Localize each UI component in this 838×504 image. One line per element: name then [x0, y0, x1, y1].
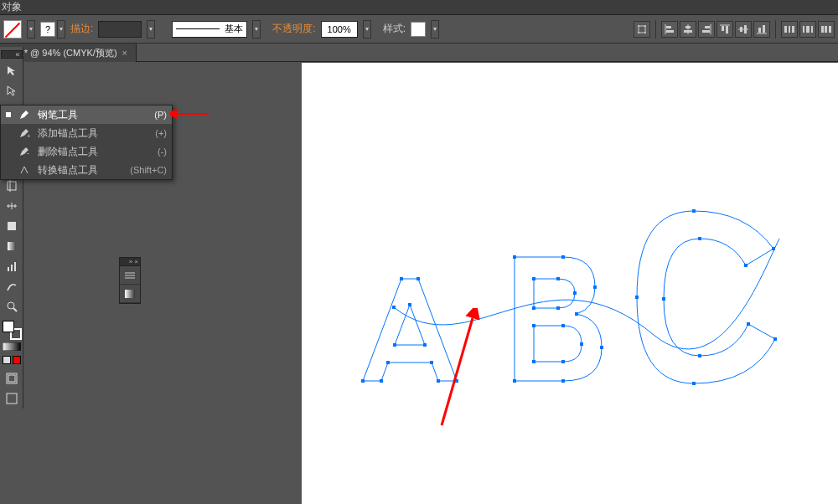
flyout-delete-anchor-tool[interactable]: - 删除锚点工具 (-): [1, 142, 172, 161]
draw-behind-icon[interactable]: [13, 356, 21, 364]
svg-point-1: [638, 25, 639, 27]
align-hcenter-btn[interactable]: [680, 21, 696, 38]
pen-plus-icon: +: [18, 127, 31, 139]
align-right-btn[interactable]: [698, 21, 715, 38]
svg-rect-57: [393, 343, 396, 347]
distribute-h1-btn[interactable]: [781, 21, 798, 38]
flyout-convert-anchor-tool[interactable]: 转换锚点工具 (Shift+C): [1, 161, 172, 179]
svg-rect-29: [821, 26, 824, 33]
svg-rect-77: [772, 247, 775, 250]
distribute-h2-btn[interactable]: [799, 21, 816, 38]
opacity-value[interactable]: 100%: [321, 21, 358, 38]
stroke-style-dropdown[interactable]: ▾: [252, 20, 261, 39]
flyout-add-anchor-tool[interactable]: + 添加锚点工具 (+): [1, 124, 172, 142]
fill-swatch-none[interactable]: [3, 20, 22, 39]
transform-btn[interactable]: [634, 21, 650, 38]
svg-rect-22: [763, 25, 765, 33]
align-vcenter-btn[interactable]: [735, 21, 752, 38]
gradient-tool[interactable]: [2, 237, 22, 255]
mini-panel[interactable]: » ×: [119, 257, 141, 304]
flyout-item-shortcut: (Shift+C): [130, 165, 167, 175]
pen-icon: [18, 109, 31, 121]
align-top-btn[interactable]: [716, 21, 733, 38]
fill-color-icon: [3, 321, 14, 332]
opacity-dropdown[interactable]: ▾: [363, 20, 371, 39]
flyout-pen-tool[interactable]: 钢笔工具 (P): [1, 105, 172, 124]
distribute-h3-btn[interactable]: [818, 21, 835, 38]
align-button-group: [634, 16, 838, 43]
svg-rect-82: [747, 322, 750, 326]
artboard[interactable]: [302, 63, 838, 504]
svg-rect-21: [758, 28, 761, 33]
brush-tool[interactable]: [2, 277, 22, 296]
screen-mode2-btn[interactable]: [2, 389, 22, 408]
mini-panel-stroke-icon[interactable]: [120, 266, 140, 285]
svg-rect-49: [361, 379, 365, 383]
svg-rect-26: [803, 26, 804, 33]
document-tab-bar: 题-1* @ 94% (CMYK/预览) ×: [0, 44, 838, 62]
stroke-weight-input[interactable]: [98, 21, 142, 38]
shape-tool[interactable]: [2, 217, 22, 235]
column-graph-tool[interactable]: [2, 257, 22, 275]
graphic-style-swatch[interactable]: [411, 22, 426, 37]
svg-rect-71: [532, 306, 535, 310]
svg-rect-68: [556, 277, 560, 280]
outline-c: [637, 211, 775, 383]
flyout-item-label: 删除锚点工具: [38, 145, 151, 159]
align-bottom-btn[interactable]: [753, 21, 770, 38]
mini-panel-header[interactable]: » ×: [120, 258, 140, 266]
zoom-tool[interactable]: [2, 297, 22, 316]
opacity-label: 不透明度:: [272, 22, 315, 36]
svg-rect-19: [744, 25, 747, 33]
svg-rect-58: [423, 343, 427, 347]
pen-tool-flyout: 钢笔工具 (P) + 添加锚点工具 (+) - 删除锚点工具 (-) 转换锚点工…: [0, 105, 173, 180]
svg-rect-12: [705, 26, 710, 28]
graphic-style-dropdown[interactable]: ▾: [431, 20, 439, 39]
stroke-style-label: 基本: [225, 23, 243, 35]
fill-stroke-toggle[interactable]: [2, 320, 22, 340]
svg-rect-47: [8, 375, 15, 382]
svg-rect-39: [8, 242, 16, 250]
pen-path[interactable]: [394, 239, 779, 349]
svg-rect-50: [380, 379, 383, 383]
mini-panel-gradient-icon[interactable]: [120, 285, 140, 303]
svg-rect-67: [532, 277, 535, 280]
active-indicator-icon: [6, 112, 11, 117]
svg-rect-66: [561, 379, 565, 383]
style-label: 样式:: [383, 22, 406, 36]
svg-rect-56: [416, 277, 420, 280]
svg-line-44: [13, 308, 17, 311]
stroke-swatch-dropdown[interactable]: ▾: [57, 20, 65, 39]
color-mode-btn[interactable]: [2, 341, 22, 352]
selection-tool[interactable]: [2, 61, 22, 80]
svg-rect-79: [635, 296, 639, 299]
toolbox-collapse-icon[interactable]: «: [1, 50, 23, 59]
vector-artwork: [302, 63, 838, 504]
fill-swatch-dropdown[interactable]: ▾: [27, 20, 35, 39]
svg-rect-7: [666, 30, 674, 33]
align-left-btn[interactable]: [661, 21, 678, 38]
svg-rect-45: [3, 342, 21, 351]
flyout-item-label: 添加锚点工具: [38, 126, 148, 141]
svg-point-43: [8, 302, 14, 309]
menu-bar: 对象: [0, 0, 838, 15]
svg-rect-55: [400, 277, 403, 280]
draw-normal-icon[interactable]: [3, 356, 11, 364]
svg-rect-73: [561, 324, 565, 327]
direct-selection-tool[interactable]: [2, 81, 22, 100]
svg-rect-54: [455, 379, 458, 383]
help-swatch[interactable]: ?: [40, 22, 55, 37]
scale-tool[interactable]: [2, 197, 22, 215]
close-tab-icon[interactable]: ×: [122, 48, 127, 58]
svg-rect-42: [14, 262, 16, 271]
stroke-weight-dropdown[interactable]: ▾: [147, 20, 155, 39]
svg-rect-60: [513, 255, 516, 259]
svg-rect-18: [740, 27, 742, 32]
svg-rect-16: [726, 26, 728, 33]
svg-rect-51: [386, 361, 390, 364]
pen-minus-icon: -: [18, 146, 31, 157]
stroke-style-preview[interactable]: 基本: [172, 21, 247, 38]
menu-selection[interactable]: 对象: [2, 0, 22, 14]
svg-rect-84: [662, 297, 665, 301]
screen-mode-btn[interactable]: [2, 369, 22, 388]
